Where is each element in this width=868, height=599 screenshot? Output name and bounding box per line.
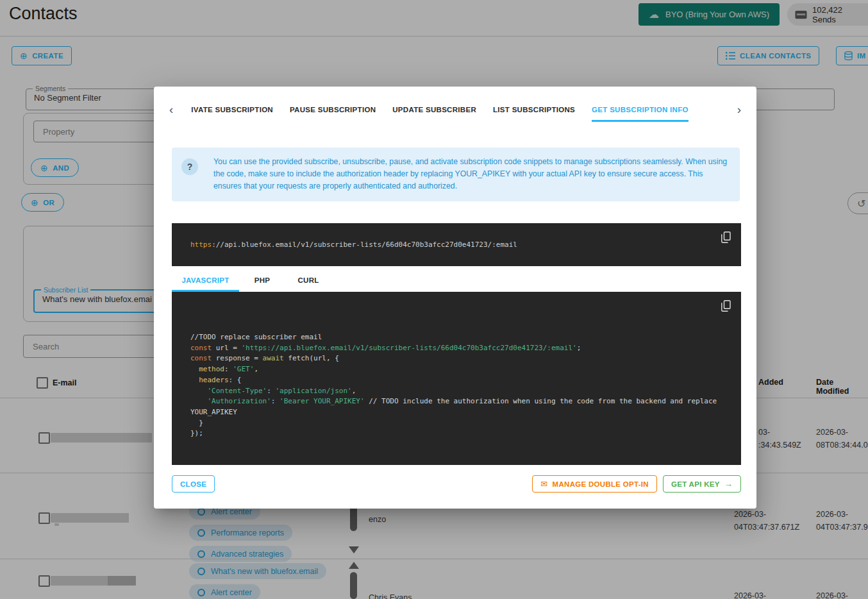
app: Contacts ☁ BYO (Bring Your Own AWS) 102,… bbox=[0, 0, 868, 599]
manage-double-opt-in-label: MANAGE DOUBLE OPT-IN bbox=[553, 480, 649, 488]
close-button[interactable]: CLOSE bbox=[172, 475, 215, 493]
footer-actions: ✉ MANAGE DOUBLE OPT-IN GET API KEY → bbox=[532, 475, 741, 493]
get-api-key-button[interactable]: GET API KEY → bbox=[663, 475, 741, 493]
arrow-right-icon: → bbox=[724, 480, 733, 488]
tab-curl[interactable]: CURL bbox=[285, 269, 331, 292]
language-tab-bar: JAVASCRIPT PHP CURL bbox=[172, 269, 331, 292]
copy-icon bbox=[721, 232, 731, 243]
tab-pause-subscription[interactable]: PAUSE SUBSCRIPTION bbox=[290, 97, 376, 122]
api-snippets-dialog: ‹ IVATE SUBSCRIPTION PAUSE SUBSCRIPTION … bbox=[154, 87, 756, 509]
code-block: //TODO replace subscriber emailconst url… bbox=[172, 292, 741, 465]
tab-scroll-left-button[interactable]: ‹ bbox=[168, 97, 174, 122]
endpoint-block: https://api.bluefox.email/v1/subscriber-… bbox=[172, 223, 741, 266]
chevron-left-icon: ‹ bbox=[169, 103, 173, 117]
help-icon: ? bbox=[181, 158, 198, 175]
manage-double-opt-in-button[interactable]: ✉ MANAGE DOUBLE OPT-IN bbox=[532, 475, 657, 493]
chevron-right-icon: › bbox=[737, 103, 741, 117]
info-text: You can use the provided subscribe, unsu… bbox=[213, 156, 728, 192]
tab-scroll-right-button[interactable]: › bbox=[736, 97, 742, 122]
endpoint-url: https://api.bluefox.email/v1/subscriber-… bbox=[190, 240, 517, 249]
tab-update-subscriber[interactable]: UPDATE SUBSCRIBER bbox=[392, 97, 476, 122]
tab-activate-subscription[interactable]: IVATE SUBSCRIPTION bbox=[191, 97, 273, 122]
copy-icon bbox=[721, 300, 731, 312]
code-content: //TODO replace subscriber emailconst url… bbox=[190, 332, 722, 439]
get-api-key-label: GET API KEY bbox=[671, 480, 720, 488]
tab-javascript[interactable]: JAVASCRIPT bbox=[172, 269, 239, 292]
tab-get-subscription-info[interactable]: GET SUBSCRIPTION INFO bbox=[592, 97, 689, 122]
tab-php[interactable]: PHP bbox=[239, 269, 285, 292]
modal-tab-bar: ‹ IVATE SUBSCRIPTION PAUSE SUBSCRIPTION … bbox=[168, 97, 742, 122]
copy-code-button[interactable] bbox=[720, 299, 732, 315]
tab-list-subscriptions[interactable]: LIST SUBSCRIPTIONS bbox=[493, 97, 575, 122]
envelope-icon: ✉ bbox=[540, 480, 547, 488]
info-box: ? You can use the provided subscribe, un… bbox=[172, 148, 740, 201]
copy-url-button[interactable] bbox=[720, 230, 732, 246]
